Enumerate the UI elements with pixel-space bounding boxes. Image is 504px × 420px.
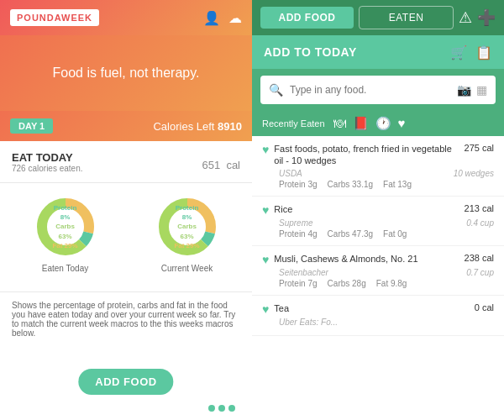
food-macros-2: Protein 7g Carbs 28g Fat 9.8g <box>262 279 494 288</box>
dot-3 <box>228 405 235 412</box>
food-heart-1: ♥ <box>262 203 269 217</box>
search-right-icons: 📷 ▦ <box>457 83 487 97</box>
chart1-inner-text: Protein 8% Carbs 63% Fat 29% <box>49 203 82 250</box>
food-source-3: Uber Eats: Fo... <box>262 318 494 327</box>
profile-icon[interactable]: 👤 <box>203 10 220 26</box>
barcode-icon[interactable]: ▦ <box>476 83 487 97</box>
eat-today-label: EAT TODAY <box>12 151 83 164</box>
plate-icon[interactable]: 🍽 <box>333 116 346 131</box>
description-section: Shows the percentage of protein, carbs a… <box>0 292 252 420</box>
dot-1 <box>208 405 215 412</box>
recently-eaten-bar: Recently Eaten 🍽 📕 🕐 ♥ <box>252 111 504 136</box>
search-bar: 🔍 📷 ▦ <box>260 76 496 104</box>
add-food-button[interactable]: ADD FOOD <box>78 369 173 395</box>
right-panel: ADD FOOD EATEN ⚠ ➕ ADD TO TODAY 🛒 📋 🔍 📷 … <box>252 0 504 420</box>
add-to-today-icons: 🛒 📋 <box>450 45 492 60</box>
camera-icon[interactable]: 📷 <box>457 83 471 97</box>
chart1-label: Eaten Today <box>42 264 88 273</box>
eat-today-section: EAT TODAY 726 calories eaten. 651 cal <box>0 141 252 183</box>
add-list-icon[interactable]: 📋 <box>475 45 492 60</box>
food-cal-2: 238 cal <box>465 253 494 263</box>
food-source-2: Seitenbacher 0.7 cup <box>262 268 494 277</box>
cloud-icon[interactable]: ☁ <box>228 10 242 26</box>
charts-section: Protein 8% Carbs 63% Fat 29% Eaten Today… <box>0 183 252 292</box>
tab-add-food-button[interactable]: ADD FOOD <box>260 7 354 29</box>
food-macros-0: Protein 3g Carbs 33.1g Fat 13g <box>262 180 494 189</box>
add-to-today-text: ADD TO TODAY <box>264 45 357 59</box>
add-to-today-bar[interactable]: ADD TO TODAY 🛒 📋 <box>252 35 504 69</box>
warning-icon[interactable]: ⚠ <box>459 8 472 27</box>
search-input[interactable] <box>290 84 450 96</box>
motivational-text: Food is fuel, not therapy. <box>53 66 200 81</box>
heart-icon[interactable]: ♥ <box>398 116 406 131</box>
chart2-label: Current Week <box>161 264 213 273</box>
left-panel: POUNDAWEEK 👤 ☁ Food is fuel, not therapy… <box>0 0 252 420</box>
add-icon[interactable]: ➕ <box>477 8 496 27</box>
food-source-0: USDA 10 wedges <box>262 169 494 178</box>
donut-chart-1: Protein 8% Carbs 63% Fat 29% <box>32 193 99 260</box>
chart2-container: Protein 8% Carbs 63% Fat 29% Current Wee… <box>130 193 244 285</box>
food-item-0[interactable]: ♥ Fast foods, potato, french fried in ve… <box>252 136 504 197</box>
book-icon[interactable]: 📕 <box>353 116 369 131</box>
cart-icon[interactable]: 🛒 <box>450 45 467 60</box>
motivational-banner: Food is fuel, not therapy. <box>0 35 252 111</box>
food-cal-0: 275 cal <box>465 143 494 153</box>
food-source-1: Supreme 0.4 cup <box>262 218 494 228</box>
donut-chart-2: Protein 8% Carbs 63% Fat 29% <box>154 193 221 260</box>
right-header: ADD FOOD EATEN ⚠ ➕ <box>252 0 504 35</box>
brand-badge: POUNDAWEEK <box>10 9 99 26</box>
header-icons: 👤 ☁ <box>203 10 242 26</box>
food-macros-1: Protein 4g Carbs 47.3g Fat 0g <box>262 229 494 239</box>
day-badge: DAY 1 <box>10 118 53 134</box>
left-header: POUNDAWEEK 👤 ☁ <box>0 0 252 35</box>
recently-eaten-icons: 🍽 📕 🕐 ♥ <box>333 116 406 131</box>
food-cal-1: 213 cal <box>465 203 494 213</box>
bottom-dots <box>208 405 235 412</box>
eat-today-cal: 651 cal <box>202 149 240 175</box>
eat-today-sub: 726 calories eaten. <box>12 164 83 173</box>
chart1-container: Protein 8% Carbs 63% Fat 29% Eaten Today <box>8 193 122 285</box>
food-list: ♥ Fast foods, potato, french fried in ve… <box>252 136 504 420</box>
description-text: Shows the percentage of protein, carbs a… <box>12 301 240 338</box>
search-icon: 🔍 <box>269 83 283 97</box>
food-heart-2: ♥ <box>262 253 269 266</box>
food-name-0: Fast foods, potato, french fried in vege… <box>274 143 457 167</box>
clock-icon[interactable]: 🕐 <box>375 116 391 131</box>
tab-eaten-button[interactable]: EATEN <box>359 6 454 29</box>
food-name-3: Tea <box>274 302 467 314</box>
chart2-inner-text: Protein 8% Carbs 63% Fat 29% <box>171 203 204 250</box>
day-calories-bar: DAY 1 Calories Left 8910 <box>0 111 252 141</box>
food-item-3[interactable]: ♥ Tea 0 cal Uber Eats: Fo... <box>252 296 504 336</box>
calories-left: Calories Left 8910 <box>153 120 242 133</box>
recently-eaten-label: Recently Eaten <box>262 118 325 129</box>
food-item-1[interactable]: ♥ Rice 213 cal Supreme 0.4 cup Protein 4… <box>252 197 504 246</box>
calories-left-value: 8910 <box>218 120 242 133</box>
food-name-1: Rice <box>274 203 457 215</box>
dot-2 <box>218 405 225 412</box>
food-heart-3: ♥ <box>262 302 269 316</box>
food-heart-0: ♥ <box>262 143 269 156</box>
food-item-2[interactable]: ♥ Musli, Cashews & Almonds, No. 21 238 c… <box>252 246 504 296</box>
food-cal-3: 0 cal <box>475 302 494 312</box>
calories-left-label: Calories Left <box>153 120 214 133</box>
food-name-2: Musli, Cashews & Almonds, No. 21 <box>274 253 457 265</box>
